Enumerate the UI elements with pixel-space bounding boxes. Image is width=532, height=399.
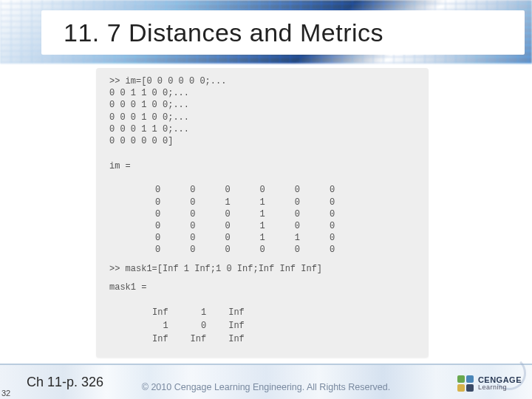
brand-logo-icon bbox=[457, 375, 474, 392]
brand-sub: Learning bbox=[478, 384, 522, 391]
slide-title: 11. 7 Distances and Metrics bbox=[64, 18, 383, 47]
code-mask-input: >> mask1=[Inf 1 Inf;1 0 Inf;Inf Inf Inf] bbox=[109, 263, 417, 275]
brand-logo-text: CENGAGE Learning bbox=[478, 376, 522, 391]
code-im-input: >> im=[0 0 0 0 0 0;... 0 0 1 1 0 0;... 0… bbox=[109, 75, 417, 147]
page-number: 32 bbox=[1, 389, 10, 398]
im-matrix: 000000001100000100000100000110000000 bbox=[140, 184, 417, 256]
code-card: >> im=[0 0 0 0 0 0;... 0 0 1 1 0 0;... 0… bbox=[96, 68, 429, 358]
copyright-text: © 2010 Cengage Learning Engineering. All… bbox=[0, 381, 532, 393]
mask-matrix: Inf1Inf10InfInfInfInf bbox=[140, 305, 417, 347]
im-variable-label: im = bbox=[109, 160, 417, 172]
slide: 11. 7 Distances and Metrics >> im=[0 0 0… bbox=[0, 0, 532, 399]
mask-variable-label: mask1 = bbox=[109, 282, 417, 293]
brand-logo: CENGAGE Learning bbox=[457, 375, 522, 392]
title-bar: 11. 7 Distances and Metrics bbox=[41, 10, 525, 55]
